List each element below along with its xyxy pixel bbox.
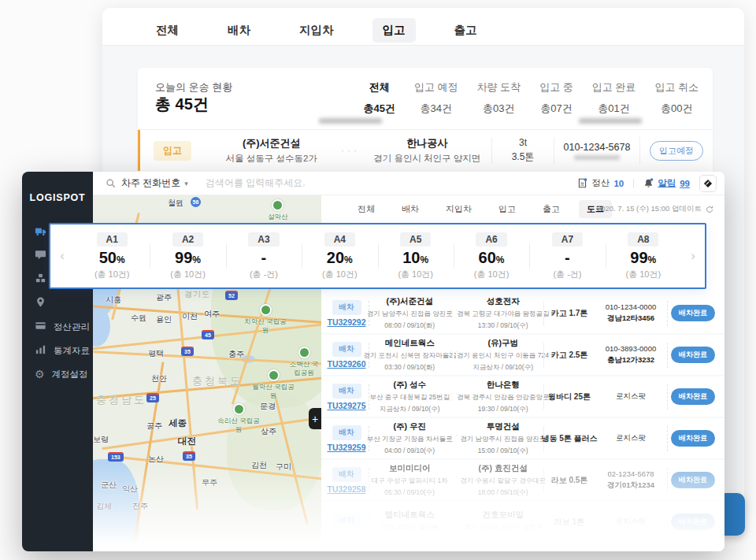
vehicle-plate: 경남12타3456 — [607, 313, 654, 324]
list-tab-5[interactable]: 출고 — [535, 200, 568, 218]
vehicle-cell: 윙바디 25톤 — [544, 391, 595, 402]
dock-rate-value: - — [565, 249, 570, 266]
destination-company: 투명건설 — [487, 421, 520, 432]
dispatch-complete-button[interactable]: 배차완료 — [671, 472, 715, 488]
dispatch-complete-button[interactable]: 배차완료 — [671, 388, 715, 405]
dispatch-complete-button[interactable]: 배차완료 — [671, 347, 715, 363]
action-cell: 배차완료 — [668, 388, 718, 405]
tu-number-link[interactable]: TU329292 — [327, 317, 365, 327]
status-tab-label: 입고 취소 — [654, 80, 699, 95]
stats-next-button[interactable]: › — [681, 248, 705, 264]
vehicle-cell: 카고 1.7톤 — [544, 308, 595, 319]
summary-title: 오늘의 운송 현황 — [155, 80, 232, 95]
dock-rate-unit: % — [648, 254, 657, 265]
status-tab-2[interactable]: 입고 예정총34건 — [414, 80, 458, 116]
park-marker: 치악산 국립공원 — [244, 304, 287, 334]
back-tab-1[interactable]: 전체 — [146, 18, 189, 43]
status-tab-bar: 전체총45건입고 예정총34건차량 도착총03건입고 중총07건입고 완료총01… — [363, 80, 699, 116]
document-icon — [577, 178, 587, 188]
back-tab-2[interactable]: 배차 — [217, 18, 261, 43]
map-city-label: 김제 — [96, 501, 112, 512]
dispatch-badge: 배차 — [332, 425, 361, 440]
origin-cell: (주)서준건설경기 남양주시 진접읍 양진로08:00 / 09/10(화) — [369, 296, 450, 331]
origin-company: (주)서준건설 — [387, 296, 434, 307]
list-tab-bar: 전체배차지입차입고출고도크 2020. 7. 15 (수) 15:00 업데이트 — [321, 195, 724, 223]
dock-rate: 20% — [327, 249, 353, 266]
logispot-logo[interactable]: LOGISPOT — [22, 192, 93, 203]
origin-address: 대구 수성구 알파시티 1차 — [372, 477, 448, 486]
action-cell: 배차완료 — [668, 347, 718, 363]
origin-company: 보미미디어 — [389, 463, 431, 474]
map-city-label: 전주 — [132, 501, 148, 512]
status-tab-5[interactable]: 입고 완료총01건 — [592, 80, 636, 116]
shipment-row: 입고 (주)서준건설 서울 성동구 성수동2가 · · · 한나공사 경기 용인… — [138, 129, 713, 171]
dock-total: (총 10건) — [170, 269, 206, 280]
list-tab-4[interactable]: 입고 — [491, 200, 524, 218]
status-tab-label: 차량 도착 — [477, 80, 521, 95]
last-updated: 2020. 7. 15 (수) 15:00 업데이트 — [597, 195, 713, 223]
status-tab-count: 총00건 — [654, 102, 699, 116]
dock-name-badge: A1 — [97, 232, 128, 247]
sidebar-item-6[interactable]: 통계자료 — [22, 339, 93, 362]
map-zoom-button[interactable]: + — [309, 408, 321, 429]
blurred-text — [319, 118, 382, 124]
dock-name-badge: A2 — [172, 232, 203, 247]
origin-time: 03:30 / 09/10(화) — [384, 363, 435, 373]
dock-rate-unit: % — [192, 254, 201, 265]
search-category-dropdown[interactable]: 차주 전화번호 — [121, 176, 180, 190]
dock-rate-value: 99 — [175, 249, 192, 266]
status-tab-1[interactable]: 전체총45건 — [363, 80, 395, 116]
map-city-label: 시흥 — [106, 295, 121, 306]
list-tab-2[interactable]: 배차 — [394, 200, 427, 218]
origin-address: 부산 중구 대청북길 25번길 — [369, 393, 450, 402]
destination-time: 13:30 / 09/10(수) — [478, 321, 528, 331]
dispatch-complete-button[interactable]: 배차완료 — [671, 430, 715, 447]
list-tab-3[interactable]: 지입차 — [438, 200, 480, 218]
map-region-label: 충청북도 — [192, 374, 243, 388]
inbound-status-button[interactable]: 입고예정 — [650, 141, 703, 161]
destination-time: 15:00 / 09/10(수) — [478, 447, 528, 456]
map-city-label: 공주 — [146, 421, 162, 432]
vehicle-cell: 냉동 5톤 플러스 — [544, 433, 595, 444]
alarm-link[interactable]: 알림 99 — [643, 177, 690, 189]
alarm-label: 알림 — [658, 177, 676, 189]
brand-mark-button[interactable] — [699, 175, 717, 192]
back-tab-4[interactable]: 입고 — [372, 18, 416, 43]
tu-number-link[interactable]: TU329260 — [327, 359, 365, 369]
dock-name-badge: A4 — [324, 232, 355, 247]
sidebar-item-7[interactable]: ⚙계정설정 — [22, 362, 93, 386]
destination-company: (유)구범 — [488, 338, 519, 349]
dispatch-complete-button[interactable]: 배차완료 — [671, 514, 715, 530]
status-tab-3[interactable]: 차량 도착총03건 — [477, 80, 521, 116]
status-tab-4[interactable]: 입고 중총07건 — [539, 80, 573, 116]
dock-rate-unit: % — [117, 254, 125, 265]
road — [176, 274, 198, 510]
tu-number-link[interactable]: TU329259 — [327, 443, 365, 452]
destination-address: 경북 경주시 안강읍 안강중앙로 — [457, 393, 550, 402]
destination-cell: (주) 효진건설경기 수원시 팔달구 경수대로18:00 / 09/10(수) — [463, 463, 544, 498]
map-city-label: 충주 — [228, 349, 244, 360]
map-region-label: 경기도 — [184, 289, 210, 300]
stats-prev-button[interactable]: ‹ — [50, 248, 74, 264]
back-tab-5[interactable]: 출고 — [444, 18, 487, 43]
tu-number-link[interactable]: TU329258 — [327, 484, 365, 494]
destination-cell: 성호전자경북 고령군 대가야읍 왕정골길13:30 / 09/10(수) — [463, 296, 544, 331]
search-input[interactable]: 검색어를 입력해주세요. — [206, 176, 578, 190]
alarm-count: 99 — [680, 179, 690, 188]
tu-number-link[interactable]: TU329275 — [327, 401, 365, 410]
dock-name-badge: A6 — [476, 232, 506, 247]
sidebar-item-5[interactable]: 정산관리 — [22, 315, 93, 339]
chevron-down-icon: ▾ — [184, 180, 188, 187]
sidebar-item-4[interactable] — [22, 291, 93, 315]
refresh-icon[interactable] — [706, 206, 713, 213]
origin-time: 08:00 / 09/10(화) — [384, 321, 435, 331]
origin-company: 멀티네트웍스 — [385, 510, 435, 521]
dock-total: (총 -건) — [553, 269, 581, 280]
list-tab-1[interactable]: 전체 — [350, 200, 383, 218]
dispatch-complete-button[interactable]: 배차완료 — [671, 305, 715, 321]
contact-cell: 로지스팟 — [595, 391, 667, 402]
back-tab-3[interactable]: 지입차 — [289, 18, 344, 43]
settlement-link[interactable]: 정산 10 — [577, 177, 624, 189]
status-tab-6[interactable]: 입고 취소총00건 — [654, 80, 699, 116]
park-marker: 월악산 국립공원 — [252, 369, 295, 399]
